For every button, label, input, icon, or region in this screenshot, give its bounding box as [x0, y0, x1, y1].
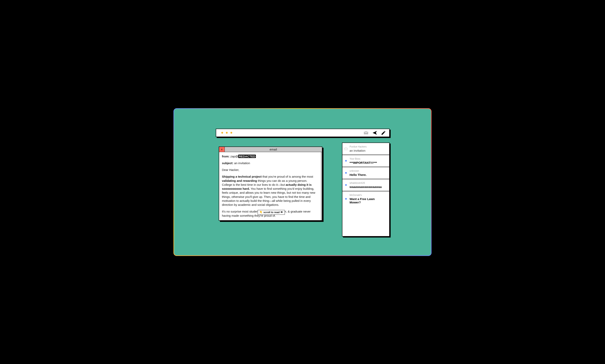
- traffic-lights: [221, 132, 232, 134]
- traffic-dot[interactable]: [226, 132, 228, 134]
- open-envelope-icon: [344, 147, 348, 151]
- unread-dot-icon: [345, 184, 347, 186]
- email-from-line: from: zap@REDACTED: [222, 155, 318, 158]
- subject-value: an invitation: [234, 161, 250, 165]
- compose-icon[interactable]: [381, 130, 386, 135]
- close-button[interactable]: x: [219, 147, 225, 152]
- app-frame: x email from: zap@REDACTED subject: an i…: [174, 108, 431, 256]
- email-window: x email from: zap@REDACTED subject: an i…: [219, 146, 322, 221]
- inbox-item[interactable]: Purdue Hackersan invitation: [342, 143, 389, 155]
- inbox-from: whalelover426: [350, 182, 386, 184]
- inbox-from: McDonald's: [350, 194, 386, 196]
- text: that you're proud of is among the most: [261, 175, 313, 178]
- unread-dot-icon: [345, 198, 347, 200]
- inbox-subject: waaawaawawawaawaa: [350, 185, 386, 189]
- text-bold: validating and rewarding: [222, 179, 257, 182]
- inbox-from: unknown: [350, 169, 386, 172]
- toolbar-icons: [363, 130, 386, 135]
- point-down-icon: 👇: [260, 210, 263, 214]
- inbox-item[interactable]: unknownHello There.: [342, 167, 389, 179]
- email-title: email: [225, 147, 322, 152]
- inbox-subject: Hello There.: [350, 173, 386, 176]
- inbox-subject: Want a Free Lawn Mower?: [350, 197, 386, 204]
- unread-dot-icon: [345, 172, 347, 174]
- scroll-hint-text: scroll to read: [263, 210, 280, 214]
- email-body[interactable]: from: zap@REDACTED subject: an invitatio…: [219, 152, 322, 220]
- send-icon[interactable]: [372, 130, 377, 135]
- text-bold: Shipping a technical project: [222, 175, 261, 178]
- inbox-item[interactable]: McDonald'sWant a Free Lawn Mower?: [342, 191, 389, 206]
- from-label: from:: [222, 155, 230, 158]
- inbox-panel: Purdue Hackersan invitationYour Boss***I…: [342, 143, 390, 236]
- mail-icon[interactable]: [363, 130, 369, 135]
- desktop-surface: x email from: zap@REDACTED subject: an i…: [174, 109, 431, 255]
- traffic-dot[interactable]: [221, 132, 223, 134]
- from-value-prefix: zap@: [231, 155, 238, 158]
- scrollbar[interactable]: [321, 152, 322, 220]
- subject-label: subject:: [222, 161, 234, 165]
- toolbar-window: [216, 129, 390, 137]
- email-subject-line: subject: an invitation: [222, 161, 318, 165]
- inbox-item[interactable]: Your Boss***IMPORTANT!!!***: [342, 155, 389, 167]
- inbox-item[interactable]: whalelover426waaawaawawawaawaa: [342, 179, 389, 191]
- traffic-dot[interactable]: [231, 132, 232, 134]
- eye-icon: 👁: [280, 210, 283, 214]
- inbox-subject: an invitation: [350, 149, 386, 152]
- scroll-hint-badge: 👇 scroll to read 👁: [258, 210, 285, 215]
- inbox-subject: ***IMPORTANT!!!***: [350, 161, 386, 164]
- email-titlebar: x email: [219, 147, 322, 152]
- redacted-badge: REDACTED: [238, 155, 256, 158]
- inbox-from: Purdue Hackers: [350, 145, 386, 148]
- email-para-1: Shipping a technical project that you're…: [222, 175, 318, 207]
- inbox-from: Your Boss: [350, 157, 386, 160]
- unread-dot-icon: [345, 160, 347, 162]
- email-greeting: Dear Hacker,: [222, 168, 318, 172]
